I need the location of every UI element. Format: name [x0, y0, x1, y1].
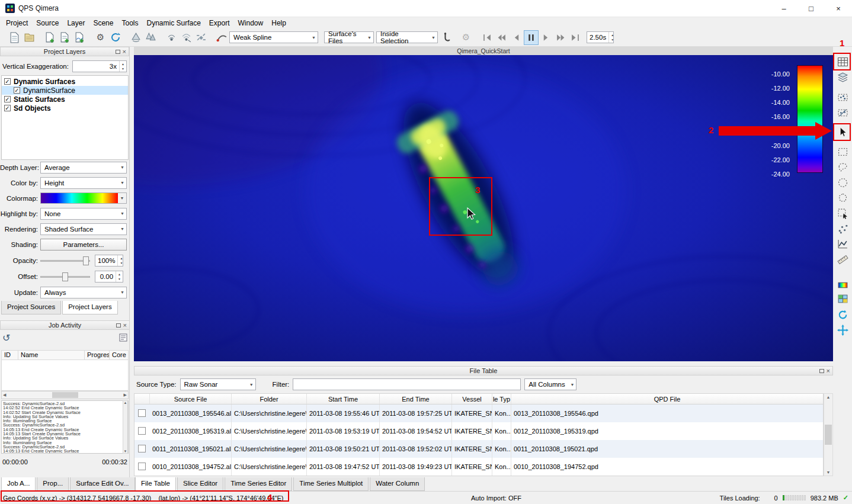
file-table-row[interactable]: 0010_20110308_194752.all C:\Users\christ…: [134, 458, 823, 476]
profile-chart-icon[interactable]: [835, 237, 850, 251]
scroll-down-icon[interactable]: ▼: [827, 470, 831, 474]
undo-icon[interactable]: ↺: [2, 332, 10, 344]
rotate-view-icon[interactable]: [835, 307, 850, 322]
scroll-left-icon[interactable]: ◀: [3, 393, 6, 397]
play-icon[interactable]: [539, 30, 553, 45]
highlight-by-select[interactable]: None▼: [40, 208, 127, 220]
close-button[interactable]: ×: [825, 0, 852, 17]
menu-tools[interactable]: Tools: [117, 18, 142, 28]
satellite-icon[interactable]: [194, 30, 209, 45]
col-qpd-file[interactable]: QPD File: [511, 394, 823, 404]
filter-input[interactable]: [293, 378, 521, 390]
pan-3d-icon[interactable]: [835, 323, 850, 337]
surface-grid-icon[interactable]: [835, 291, 850, 306]
menu-dynamic-surface[interactable]: Dynamic Surface: [142, 18, 204, 28]
float-panel-icon[interactable]: [116, 323, 121, 328]
move-selection-icon[interactable]: [835, 206, 850, 220]
job-col-core[interactable]: Core: [110, 351, 128, 359]
vertical-exaggeration-stepper[interactable]: 3x▲▼: [72, 60, 127, 72]
new-project-icon[interactable]: [7, 30, 22, 45]
job-col-id[interactable]: ID: [2, 351, 18, 359]
menu-help[interactable]: Help: [267, 18, 290, 28]
add-surface-file-icon[interactable]: [72, 30, 87, 45]
col-file-type[interactable]: le Typ: [492, 394, 511, 404]
close-panel-icon[interactable]: ×: [123, 49, 126, 54]
spin-up-icon[interactable]: ▲: [120, 62, 126, 66]
files-scope-select[interactable]: Surface's Files▼: [324, 31, 374, 43]
float-panel-icon[interactable]: [116, 50, 120, 54]
minimize-button[interactable]: –: [770, 0, 797, 17]
tab-slice-editor[interactable]: Slice Editor: [177, 477, 223, 491]
skip-to-start-icon[interactable]: [479, 30, 494, 45]
float-panel-icon[interactable]: [819, 369, 824, 373]
shading-parameters-button[interactable]: Parameters...: [40, 239, 127, 251]
checkbox-checked-icon[interactable]: ✓: [4, 105, 11, 111]
tab-project-layers[interactable]: Project Layers: [62, 301, 118, 314]
depth-layer-select[interactable]: Average▼: [40, 162, 127, 174]
job-col-name[interactable]: Name: [18, 351, 85, 359]
menu-project[interactable]: Project: [2, 18, 32, 28]
select-all-column[interactable]: [134, 394, 150, 404]
offset-slider-handle[interactable]: [62, 272, 68, 281]
checkbox-checked-icon[interactable]: ✓: [14, 87, 20, 94]
row-checkbox[interactable]: [138, 427, 146, 435]
tab-project-sources[interactable]: Project Sources: [1, 301, 61, 314]
tab-job-activity[interactable]: Job A...: [1, 477, 36, 491]
add-raw-sonar-file-icon[interactable]: [43, 30, 57, 45]
spline-tool-icon[interactable]: [214, 30, 229, 45]
tab-time-series-editor[interactable]: Time Series Editor: [225, 477, 292, 491]
tree-item-static-surfaces[interactable]: ✓Static Surfaces: [2, 95, 128, 104]
tab-water-column[interactable]: Water Column: [370, 477, 425, 491]
close-panel-icon[interactable]: ×: [123, 322, 127, 328]
ruler-icon[interactable]: [835, 252, 850, 267]
row-checkbox[interactable]: [138, 445, 146, 452]
checkbox-checked-icon[interactable]: ✓: [4, 96, 11, 102]
spin-down-icon[interactable]: ▼: [118, 261, 124, 265]
col-start-time[interactable]: Start Time: [307, 394, 380, 404]
file-table-scrollbar[interactable]: ▲▼: [824, 393, 833, 476]
col-vessel[interactable]: Vessel: [452, 394, 492, 404]
job-col-progress[interactable]: Progress: [85, 351, 110, 359]
colormap-tool-icon[interactable]: [835, 278, 850, 292]
update-select[interactable]: Always▼: [40, 287, 127, 298]
spin-up-icon[interactable]: ▲: [116, 272, 123, 277]
spin-down-icon[interactable]: ▼: [609, 37, 616, 42]
checkbox-checked-icon[interactable]: ✓: [4, 78, 11, 85]
scroll-right-icon[interactable]: ▶: [124, 393, 127, 397]
spin-down-icon[interactable]: ▼: [116, 277, 123, 281]
step-back-icon[interactable]: [509, 30, 524, 45]
col-end-time[interactable]: End Time: [380, 394, 452, 404]
refresh-icon[interactable]: [108, 30, 123, 45]
job-log[interactable]: Success: DynamicSurface-2.sd 14:02:52 En…: [1, 400, 129, 454]
colormap-select[interactable]: ▼: [40, 192, 127, 204]
file-table-row[interactable]: 0012_20110308_195319.all C:\Users\christ…: [134, 422, 823, 440]
all-columns-select[interactable]: All Columns▼: [524, 378, 576, 390]
source-type-select[interactable]: Raw Sonar▼: [180, 378, 256, 390]
col-folder[interactable]: Folder: [232, 394, 307, 404]
scroll-up-icon[interactable]: ▲: [124, 401, 127, 405]
select-soundings-icon[interactable]: [835, 90, 850, 104]
spline-mode-select[interactable]: Weak Spline▼: [229, 31, 318, 43]
scatter-points-icon[interactable]: [835, 221, 850, 236]
lasso-select-icon[interactable]: [835, 160, 850, 174]
playback-interval-stepper[interactable]: 2.50s▲▼: [587, 31, 614, 43]
menu-layer[interactable]: Layer: [63, 18, 89, 28]
skip-to-end-icon[interactable]: [568, 30, 583, 45]
rendering-select[interactable]: Shaded Surface▼: [40, 223, 127, 235]
select-soundings-3d-icon[interactable]: [835, 105, 850, 120]
scrollbar-thumb[interactable]: [825, 425, 832, 445]
maximize-button[interactable]: □: [797, 0, 825, 17]
job-horizontal-scrollbar[interactable]: ◀▶: [1, 391, 129, 399]
polygon-select-icon[interactable]: [835, 191, 850, 205]
opacity-stepper[interactable]: 100%▲▼: [95, 255, 123, 267]
menu-window[interactable]: Window: [234, 18, 268, 28]
settings-gear-icon[interactable]: ⚙: [93, 30, 108, 45]
rectangle-select-icon[interactable]: [835, 145, 850, 159]
pause-icon[interactable]: [524, 30, 539, 45]
layers-icon[interactable]: [835, 70, 850, 84]
close-panel-icon[interactable]: ×: [827, 368, 830, 374]
col-source-file[interactable]: Source File: [150, 394, 232, 404]
scroll-up-icon[interactable]: ▲: [827, 395, 831, 399]
circle-select-icon[interactable]: [835, 175, 850, 190]
dotted-gear-icon[interactable]: ⚙: [459, 30, 473, 45]
